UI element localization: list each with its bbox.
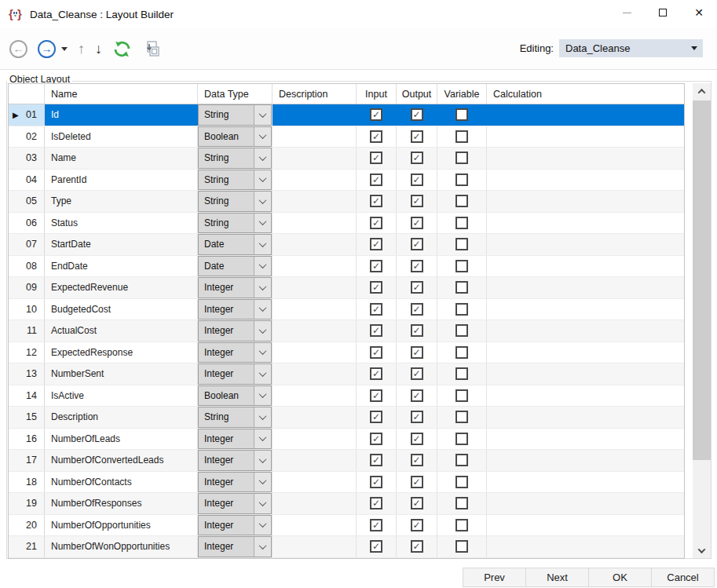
- description-cell[interactable]: [273, 126, 357, 148]
- chevron-down-icon[interactable]: [254, 364, 271, 384]
- copy-layout-button[interactable]: [142, 40, 161, 58]
- calculation-cell[interactable]: [487, 299, 684, 320]
- input-checkbox[interactable]: ✓: [370, 173, 382, 186]
- name-cell[interactable]: Type: [45, 191, 198, 212]
- calculation-cell[interactable]: [487, 277, 684, 298]
- output-checkbox[interactable]: ✓: [411, 108, 423, 121]
- output-checkbox[interactable]: ✓: [411, 454, 423, 466]
- row-number-cell[interactable]: 08: [9, 256, 45, 277]
- scroll-down-button[interactable]: [693, 542, 711, 558]
- name-cell[interactable]: StartDate: [45, 234, 198, 255]
- name-cell[interactable]: NumberOfConvertedLeads: [45, 450, 198, 471]
- row-number-cell[interactable]: 10: [9, 299, 45, 320]
- variable-checkbox[interactable]: [455, 346, 468, 359]
- table-row[interactable]: 20 NumberOfOpportunities Integer ✓ ✓: [9, 515, 684, 537]
- chevron-down-icon[interactable]: [254, 278, 271, 298]
- data-type-dropdown[interactable]: Integer: [198, 493, 272, 514]
- data-type-dropdown[interactable]: String: [198, 104, 272, 126]
- calculation-cell[interactable]: [487, 234, 684, 255]
- table-row[interactable]: 03 Name String ✓ ✓: [9, 148, 684, 170]
- description-cell[interactable]: [273, 299, 357, 320]
- table-row[interactable]: 11 ActualCost Integer ✓ ✓: [9, 320, 684, 342]
- chevron-down-icon[interactable]: [254, 516, 271, 535]
- input-checkbox[interactable]: ✓: [370, 346, 382, 359]
- input-checkbox[interactable]: ✓: [370, 281, 382, 294]
- calculation-cell[interactable]: [487, 536, 684, 557]
- name-cell[interactable]: NumberOfWonOpportunities: [45, 536, 198, 557]
- chevron-down-icon[interactable]: [254, 235, 271, 254]
- close-button[interactable]: ✕: [681, 0, 717, 25]
- data-type-dropdown[interactable]: String: [198, 407, 272, 428]
- input-checkbox[interactable]: ✓: [370, 433, 382, 445]
- name-cell[interactable]: BudgetedCost: [45, 299, 198, 320]
- output-checkbox[interactable]: ✓: [411, 238, 423, 250]
- forward-button[interactable]: →: [38, 40, 56, 58]
- row-number-cell[interactable]: ▶01: [9, 104, 45, 126]
- name-cell[interactable]: ExpectedRevenue: [45, 277, 198, 298]
- editing-dropdown[interactable]: Data_Cleanse: [559, 39, 703, 57]
- description-cell[interactable]: [273, 363, 357, 385]
- name-cell[interactable]: EndDate: [45, 256, 198, 277]
- description-cell[interactable]: [273, 407, 357, 428]
- variable-checkbox[interactable]: [455, 324, 468, 337]
- chevron-down-icon[interactable]: [254, 257, 271, 276]
- description-cell[interactable]: [273, 170, 357, 191]
- row-number-cell[interactable]: 04: [9, 170, 45, 191]
- chevron-down-icon[interactable]: [254, 473, 271, 492]
- input-checkbox[interactable]: ✓: [370, 303, 382, 316]
- calculation-cell[interactable]: [487, 363, 684, 385]
- variable-checkbox[interactable]: [455, 260, 468, 272]
- variable-checkbox[interactable]: [455, 454, 468, 466]
- input-checkbox[interactable]: ✓: [370, 497, 382, 509]
- output-checkbox[interactable]: ✓: [411, 476, 423, 488]
- table-row[interactable]: 13 NumberSent Integer ✓ ✓: [9, 363, 684, 385]
- data-type-dropdown[interactable]: Integer: [198, 536, 272, 557]
- row-number-cell[interactable]: 20: [9, 515, 45, 536]
- table-row[interactable]: 08 EndDate Date ✓ ✓: [9, 256, 684, 278]
- input-checkbox[interactable]: ✓: [370, 217, 382, 229]
- table-row[interactable]: 02 IsDeleted Boolean ✓ ✓: [9, 126, 684, 148]
- chevron-down-icon[interactable]: [254, 170, 271, 190]
- description-cell[interactable]: [273, 213, 357, 234]
- data-type-dropdown[interactable]: Integer: [198, 450, 272, 471]
- output-checkbox[interactable]: ✓: [411, 303, 423, 316]
- table-row[interactable]: ▶01 Id String ✓ ✓: [9, 104, 684, 126]
- row-number-cell[interactable]: 15: [9, 407, 45, 428]
- data-type-dropdown[interactable]: Date: [198, 256, 272, 277]
- name-cell[interactable]: NumberOfContacts: [45, 472, 198, 493]
- description-cell[interactable]: [273, 191, 357, 212]
- name-cell[interactable]: Description: [45, 407, 198, 428]
- calculation-cell[interactable]: [487, 515, 684, 536]
- calculation-cell[interactable]: [487, 450, 684, 471]
- variable-checkbox[interactable]: [455, 130, 468, 143]
- row-number-cell[interactable]: 06: [9, 213, 45, 234]
- calculation-cell[interactable]: [487, 472, 684, 493]
- data-type-dropdown[interactable]: Integer: [198, 299, 272, 320]
- table-row[interactable]: 12 ExpectedResponse Integer ✓ ✓: [9, 342, 684, 364]
- input-checkbox[interactable]: ✓: [370, 367, 382, 380]
- variable-checkbox[interactable]: [455, 303, 468, 316]
- calculation-cell[interactable]: [487, 191, 684, 212]
- variable-checkbox[interactable]: [455, 281, 468, 294]
- table-row[interactable]: 14 IsActive Boolean ✓ ✓: [9, 385, 684, 407]
- chevron-down-icon[interactable]: [254, 537, 271, 557]
- variable-checkbox[interactable]: [455, 367, 468, 380]
- chevron-down-icon[interactable]: [254, 105, 271, 125]
- variable-checkbox[interactable]: [455, 389, 468, 402]
- output-checkbox[interactable]: ✓: [411, 281, 423, 294]
- name-cell[interactable]: IsDeleted: [45, 126, 198, 148]
- data-type-dropdown[interactable]: String: [198, 148, 272, 169]
- calculation-cell[interactable]: [487, 407, 684, 428]
- table-row[interactable]: 10 BudgetedCost Integer ✓ ✓: [9, 299, 684, 321]
- data-type-dropdown[interactable]: Integer: [198, 342, 272, 363]
- variable-checkbox[interactable]: [455, 411, 468, 423]
- row-number-cell[interactable]: 11: [9, 320, 45, 341]
- data-type-dropdown[interactable]: Boolean: [198, 385, 272, 407]
- table-row[interactable]: 18 NumberOfContacts Integer ✓ ✓: [9, 472, 684, 494]
- row-number-cell[interactable]: 17: [9, 450, 45, 471]
- description-cell[interactable]: [273, 277, 357, 298]
- variable-checkbox[interactable]: [455, 238, 468, 250]
- table-row[interactable]: 16 NumberOfLeads Integer ✓ ✓: [9, 429, 684, 451]
- output-checkbox[interactable]: ✓: [411, 152, 423, 164]
- scrollbar-thumb[interactable]: [693, 100, 711, 460]
